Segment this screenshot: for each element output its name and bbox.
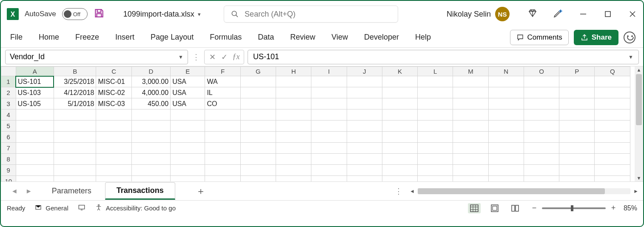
cell[interactable]: US-101	[16, 76, 54, 87]
cell[interactable]	[595, 121, 630, 132]
cell[interactable]	[205, 176, 240, 182]
cell[interactable]	[131, 176, 170, 182]
cell[interactable]: 450.00	[131, 98, 170, 109]
scroll-up-icon[interactable]: ▲	[637, 67, 641, 72]
col-header[interactable]: E	[171, 67, 205, 76]
window-minimize-icon[interactable]	[578, 9, 588, 19]
cell[interactable]	[311, 154, 347, 165]
vertical-scrollbar[interactable]: ▲ ▼	[635, 66, 643, 181]
ribbon-tab-review[interactable]: Review	[288, 31, 317, 43]
col-header[interactable]: P	[559, 67, 595, 76]
zoom-percent[interactable]: 85%	[624, 204, 637, 212]
cell[interactable]	[276, 165, 311, 176]
ribbon-tab-developer[interactable]: Developer	[362, 31, 401, 43]
formula-input[interactable]	[253, 52, 628, 61]
cell[interactable]	[205, 121, 240, 132]
col-header[interactable]: M	[453, 67, 488, 76]
window-maximize-icon[interactable]	[603, 9, 613, 19]
cell[interactable]	[524, 132, 559, 143]
cell[interactable]	[131, 132, 170, 143]
cell[interactable]	[276, 98, 311, 109]
cell[interactable]	[453, 109, 488, 121]
cell[interactable]	[276, 143, 311, 154]
name-box-dropdown-icon[interactable]: ▼	[178, 54, 183, 60]
cell[interactable]	[418, 165, 453, 176]
search-input[interactable]	[245, 10, 391, 19]
cell[interactable]	[595, 98, 630, 109]
cell[interactable]	[311, 87, 347, 98]
cell[interactable]	[347, 98, 382, 109]
cell[interactable]	[488, 76, 524, 87]
scroll-thumb[interactable]	[418, 188, 605, 194]
cell[interactable]	[347, 121, 382, 132]
row-header[interactable]: 6	[1, 132, 16, 143]
cell[interactable]	[382, 165, 417, 176]
cell[interactable]	[559, 98, 595, 109]
status-display-settings[interactable]	[78, 204, 85, 213]
scroll-left-icon[interactable]: ◄	[409, 188, 415, 194]
cell[interactable]	[131, 143, 170, 154]
ribbon-tab-freeze[interactable]: Freeze	[74, 31, 101, 43]
cell[interactable]	[311, 176, 347, 182]
sheet-tab-parameters[interactable]: Parameters	[41, 183, 103, 199]
cell[interactable]: 4/12/2018	[54, 87, 96, 98]
cell[interactable]	[347, 132, 382, 143]
cell[interactable]	[347, 143, 382, 154]
cell[interactable]	[595, 132, 630, 143]
col-header[interactable]: B	[54, 67, 96, 76]
col-header[interactable]: H	[276, 67, 311, 76]
cell[interactable]	[488, 165, 524, 176]
cell[interactable]	[16, 154, 54, 165]
cell[interactable]	[382, 132, 417, 143]
col-header[interactable]: O	[524, 67, 559, 76]
ribbon-tab-insert[interactable]: Insert	[114, 31, 136, 43]
scroll-right-icon[interactable]: ►	[633, 188, 639, 194]
row-header[interactable]: 9	[1, 165, 16, 176]
cell[interactable]	[240, 132, 276, 143]
cell[interactable]	[311, 143, 347, 154]
cell[interactable]	[54, 132, 96, 143]
cell[interactable]: MISC-03	[96, 98, 131, 109]
cell[interactable]	[131, 165, 170, 176]
cell[interactable]	[382, 143, 417, 154]
cell[interactable]	[96, 165, 131, 176]
cell[interactable]: US-105	[16, 98, 54, 109]
cell[interactable]	[54, 143, 96, 154]
cell[interactable]	[559, 154, 595, 165]
cell[interactable]	[54, 121, 96, 132]
col-header[interactable]: F	[205, 67, 240, 76]
comments-button[interactable]: Comments	[510, 30, 569, 45]
cell[interactable]	[418, 109, 453, 121]
cell[interactable]	[382, 98, 417, 109]
user-account[interactable]: Nikolay Selin NS	[447, 7, 510, 21]
zoom-slider[interactable]	[542, 207, 606, 209]
cell[interactable]	[240, 109, 276, 121]
cell[interactable]	[276, 132, 311, 143]
spreadsheet-grid[interactable]: A B C D E F G H I J K L M N O P Q	[1, 66, 630, 181]
cell[interactable]	[16, 132, 54, 143]
cell[interactable]	[559, 132, 595, 143]
cell[interactable]: WA	[205, 76, 240, 87]
cell[interactable]	[559, 176, 595, 182]
cell[interactable]	[418, 121, 453, 132]
row-header[interactable]: 1	[1, 76, 16, 87]
cell[interactable]	[382, 121, 417, 132]
col-header[interactable]: D	[131, 67, 170, 76]
cell[interactable]	[453, 154, 488, 165]
cell[interactable]	[131, 121, 170, 132]
cell[interactable]	[382, 87, 417, 98]
cell[interactable]	[453, 98, 488, 109]
cell[interactable]	[240, 76, 276, 87]
cell[interactable]	[524, 176, 559, 182]
view-page-layout-icon[interactable]	[488, 203, 501, 213]
cell[interactable]	[418, 87, 453, 98]
cell[interactable]	[453, 121, 488, 132]
cell[interactable]	[524, 76, 559, 87]
cell[interactable]	[311, 132, 347, 143]
row-header[interactable]: 10	[1, 176, 16, 182]
cell[interactable]	[347, 87, 382, 98]
cell[interactable]	[171, 143, 205, 154]
scroll-down-icon[interactable]: ▼	[637, 175, 641, 181]
cell[interactable]	[240, 154, 276, 165]
accept-formula-icon[interactable]: ✓	[219, 52, 229, 62]
